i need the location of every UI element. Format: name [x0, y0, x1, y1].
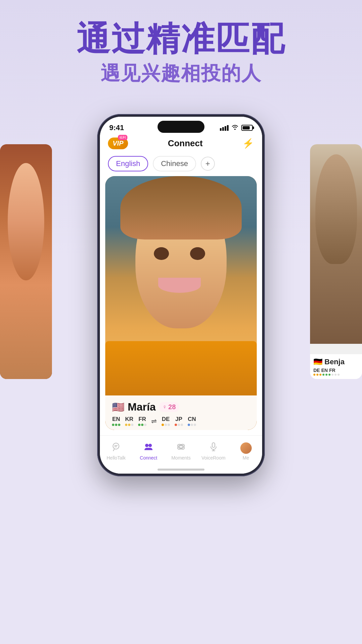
- svg-rect-8: [212, 443, 215, 447]
- lang-skill-de: DE: [162, 416, 170, 426]
- nav-connect[interactable]: Connect: [135, 442, 162, 461]
- nav-moments[interactable]: Moments: [168, 442, 194, 461]
- battery-icon: [241, 125, 253, 131]
- vip-label: VIP: [113, 140, 123, 147]
- profile-photo: [105, 176, 257, 430]
- me-avatar: [240, 442, 252, 454]
- left-person-photo: [0, 144, 52, 379]
- smile-sim: [158, 278, 201, 293]
- dot-de: [313, 374, 315, 376]
- tab-english[interactable]: English: [108, 156, 148, 171]
- dot-en3: [328, 374, 330, 376]
- dot-de2: [316, 374, 318, 376]
- bolt-icon[interactable]: ⚡: [242, 138, 254, 149]
- phone-frame: 9:41: [97, 114, 265, 476]
- lang-skill-en: EN: [112, 416, 120, 426]
- home-bar: [158, 469, 204, 471]
- nav-me[interactable]: Me: [233, 442, 259, 461]
- phone-wrapper: 9:41: [97, 114, 265, 476]
- connect-icon: [143, 442, 154, 454]
- lang-skill-fr: FR: [138, 416, 146, 426]
- language-arrow: ⇌: [151, 417, 157, 425]
- right-lang-badges: DE EN FR: [313, 368, 359, 373]
- right-flag-icon: 🇩🇪: [313, 358, 322, 366]
- status-time: 9:41: [109, 123, 124, 132]
- dot-en: [322, 374, 324, 376]
- profile-name: María: [128, 401, 156, 413]
- nav-label-connect: Connect: [140, 455, 157, 461]
- voiceroom-icon: [210, 442, 217, 454]
- svg-point-0: [113, 443, 119, 449]
- nav-hellotalk[interactable]: HelloTalk: [103, 442, 129, 461]
- profile-info-overlay: 🇺🇸 María ♀ 28 EN: [105, 395, 257, 430]
- language-tabs: English Chinese +: [100, 153, 262, 176]
- right-lang-en: EN: [321, 368, 327, 373]
- dot-de3: [319, 374, 321, 376]
- profile-card[interactable]: 🇺🇸 María ♀ 28 EN: [105, 176, 257, 430]
- hellotalk-icon: [111, 442, 121, 454]
- vip-sub-label: 福利: [118, 135, 127, 140]
- lang-skill-kr: KR: [125, 416, 133, 426]
- right-lang-dots: [313, 374, 359, 376]
- dynamic-island: [158, 121, 204, 133]
- lang-skill-jp: JP: [175, 416, 183, 426]
- wifi-icon: [231, 124, 239, 131]
- nav-label-hellotalk: HelloTalk: [107, 455, 126, 461]
- age-text: 28: [168, 403, 176, 411]
- right-person-photo: [310, 144, 362, 344]
- profile-name-row: 🇺🇸 María ♀ 28: [112, 401, 250, 413]
- app-header: VIP 福利 Connect ⚡: [100, 134, 262, 153]
- side-card-right: 🇩🇪 Benja DE EN FR: [310, 144, 362, 379]
- right-lang-de: DE: [313, 368, 320, 373]
- add-language-button[interactable]: +: [201, 157, 215, 171]
- nav-label-moments: Moments: [171, 455, 191, 461]
- eye-left-sim: [154, 247, 169, 260]
- gender-symbol: ♀: [163, 404, 167, 411]
- card-area: 🇺🇸 María ♀ 28 EN: [100, 176, 262, 435]
- nav-label-voiceroom: VoiceRoom: [201, 455, 226, 461]
- svg-point-3: [145, 444, 148, 447]
- signal-icon: [220, 125, 229, 131]
- nav-label-me: Me: [243, 455, 249, 461]
- sub-title: 遇见兴趣相投的人: [0, 60, 362, 87]
- right-lang-fr: FR: [329, 368, 336, 373]
- home-indicator: [100, 466, 262, 474]
- gender-age-badge: ♀ 28: [159, 402, 179, 412]
- right-person-name: Benja: [324, 358, 345, 366]
- dot-en2: [325, 374, 327, 376]
- dot-fr2: [335, 374, 337, 376]
- header-section: 通过精准匹配 遇见兴趣相投的人: [0, 20, 362, 87]
- tab-chinese[interactable]: Chinese: [153, 156, 196, 171]
- side-card-left: [0, 144, 52, 379]
- lang-skill-cn: CN: [188, 416, 196, 426]
- moments-icon: [176, 442, 186, 454]
- status-icons: [220, 124, 253, 131]
- nav-voiceroom[interactable]: VoiceRoom: [200, 442, 227, 461]
- dot-fr3: [338, 374, 340, 376]
- dot-fr: [331, 374, 334, 376]
- svg-point-4: [148, 444, 152, 447]
- language-skills-row: EN KR: [112, 416, 250, 426]
- bottom-navigation: HelloTalk Connect: [100, 435, 262, 466]
- profile-flag: 🇺🇸: [112, 401, 124, 413]
- right-card-info: 🇩🇪 Benja DE EN FR: [310, 354, 362, 379]
- app-title: Connect: [168, 138, 203, 149]
- phone-screen: 9:41: [100, 117, 262, 474]
- main-title: 通过精准匹配: [0, 20, 362, 57]
- eye-right-sim: [190, 247, 205, 260]
- svg-point-5: [180, 445, 182, 448]
- vip-badge[interactable]: VIP 福利: [108, 138, 128, 149]
